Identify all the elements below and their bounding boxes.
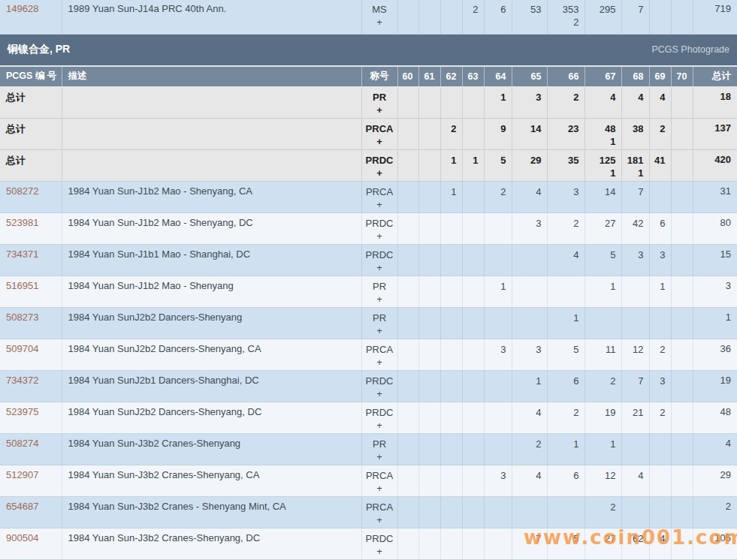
grade-66-cell: 1 [547, 307, 584, 339]
designation-cell: PRCA+ [361, 118, 397, 149]
designation-cell: PR+ [361, 307, 397, 339]
table-row: 5169511984 Yuan Sun-J1b2 Mao - ShenyangP… [0, 275, 737, 307]
grade-68-cell [621, 275, 649, 307]
grade-60-cell [397, 244, 418, 275]
grade-61-cell [418, 528, 440, 559]
grade-63-cell [462, 339, 484, 370]
grade-62-cell [440, 275, 462, 307]
pcgs-number-link[interactable]: 508274 [6, 438, 38, 449]
grade-60-cell [397, 465, 418, 496]
grade-62-cell [440, 0, 462, 34]
grade-61-cell [418, 433, 440, 465]
column-header-60: 60 [397, 66, 418, 86]
column-header-66: 66 [547, 66, 584, 86]
table-row: 总计PRDC+11529351251181141420 [0, 149, 737, 181]
grade-66-cell [547, 275, 584, 307]
pcgs-number-link[interactable]: 900504 [6, 532, 38, 543]
section-header-row: 铜镍合金, PR PCGS Photograde [0, 34, 737, 66]
grade-70-cell [671, 0, 693, 34]
grade-68-cell [621, 433, 649, 465]
column-header-desc: 描述 [62, 66, 361, 86]
grade-70-cell [671, 339, 693, 370]
grade-69-cell: 4 [649, 528, 671, 559]
row-total-cell: 137 [693, 118, 737, 149]
pcgs-number-link[interactable]: 149628 [6, 3, 38, 14]
grade-63-cell [462, 496, 484, 528]
table-row: 总计PR+13244418 [0, 86, 737, 118]
grade-60-cell [397, 275, 418, 307]
grade-62-cell [440, 307, 462, 339]
pcgs-number-link[interactable]: 509704 [6, 343, 38, 354]
table-row: 5239811984 Yuan Sun-J1b2 Mao - Shenyang,… [0, 212, 737, 244]
grade-61-cell [418, 86, 440, 118]
grade-68-cell: 21 [621, 402, 649, 433]
pcgs-number-link[interactable]: 734371 [6, 248, 38, 260]
row-total-cell: 105 [693, 528, 737, 559]
grade-63-cell [462, 244, 484, 275]
grade-61-cell [418, 496, 440, 528]
grade-70-cell [671, 465, 693, 496]
table-row: 5082731984 Yuan SunJ2b2 Dancers-Shenyang… [0, 307, 737, 339]
grade-60-cell [397, 149, 418, 181]
grade-65-cell: 1 [512, 370, 547, 402]
grade-61-cell [418, 181, 440, 212]
pcgs-number-link[interactable]: 523975 [6, 406, 38, 417]
grade-63-cell [462, 86, 484, 118]
grade-62-cell [440, 339, 462, 370]
row-total-cell: 19 [693, 370, 737, 402]
grade-69-cell [649, 496, 671, 528]
grade-61-cell [418, 465, 440, 496]
grade-70-cell [671, 433, 693, 465]
coin-description: 1984 Yuan Sun-J1b1 Mao - Shanghai, DC [62, 244, 361, 275]
grade-64-cell: 1 [484, 86, 512, 118]
grade-63-cell [462, 212, 484, 244]
grade-60-cell [397, 212, 418, 244]
grade-68-cell [621, 307, 649, 339]
grade-68-cell: 4 [621, 86, 649, 118]
grade-68-cell: 38 [621, 118, 649, 149]
grade-60-cell [397, 528, 418, 559]
grade-69-cell [649, 307, 671, 339]
coin-description: 1984 Yuan Sun-J1b2 Mao - Shenyang, CA [62, 181, 361, 212]
pcgs-number-link[interactable]: 734372 [6, 375, 38, 386]
grade-62-cell [440, 370, 462, 402]
table-row: 6546871984 Yuan Sun-J3b2 Cranes - Shenya… [0, 496, 737, 528]
grade-60-cell [397, 86, 418, 118]
pcgs-number-link[interactable]: 523981 [6, 217, 38, 228]
grade-64-cell [484, 212, 512, 244]
column-header-63: 63 [462, 66, 484, 86]
grade-70-cell [671, 212, 693, 244]
pcgs-number-link[interactable]: 508273 [6, 312, 38, 323]
pcgs-number-link[interactable]: 654687 [6, 501, 38, 512]
table-row: 5082741984 Yuan Sun-J3b2 Cranes-Shenyang… [0, 433, 737, 465]
pcgs-number-link[interactable]: 512907 [6, 469, 38, 480]
grade-68-cell: 4 [621, 465, 649, 496]
coin-description: 1984 Yuan Sun-J1b2 Mao - Shenyang [62, 275, 361, 307]
grade-66-cell: 1 [547, 433, 584, 465]
grade-63-cell [462, 307, 484, 339]
grade-66-cell: 2 [547, 212, 584, 244]
grade-67-cell: 27 [584, 212, 621, 244]
grade-69-cell: 2 [649, 339, 671, 370]
grade-64-cell: 9 [484, 118, 512, 149]
grade-65-cell: 4 [512, 465, 547, 496]
grade-65-cell: 2 [512, 433, 547, 465]
row-total-cell: 3 [693, 275, 737, 307]
grade-69-cell: 2 [649, 118, 671, 149]
coin-description: 1984 Yuan SunJ2b1 Dancers-Shanghai, DC [62, 370, 361, 402]
pcgs-number-link[interactable]: 508272 [6, 185, 38, 197]
row-total-cell: 4 [693, 433, 737, 465]
grade-62-cell [440, 86, 462, 118]
coin-description: 1984 Yuan Sun-J3b2 Cranes-Shenyang [62, 433, 361, 465]
grade-63-cell [462, 370, 484, 402]
grade-70-cell [671, 307, 693, 339]
table-row: 5129071984 Yuan Sun-J3b2 Cranes-Shenyang… [0, 465, 737, 496]
pcgs-number-link[interactable]: 516951 [6, 280, 38, 291]
table-row: 9005041984 Yuan Sun-J3b2 Cranes-Shenyang… [0, 528, 737, 559]
designation-cell: PRDC+ [361, 370, 397, 402]
grade-64-cell [484, 433, 512, 465]
designation-cell: PRDC+ [361, 528, 397, 559]
grade-69-cell: 4 [649, 86, 671, 118]
photograde-link[interactable]: PCGS Photograde [651, 44, 729, 55]
grade-67-cell: 12 [584, 465, 621, 496]
